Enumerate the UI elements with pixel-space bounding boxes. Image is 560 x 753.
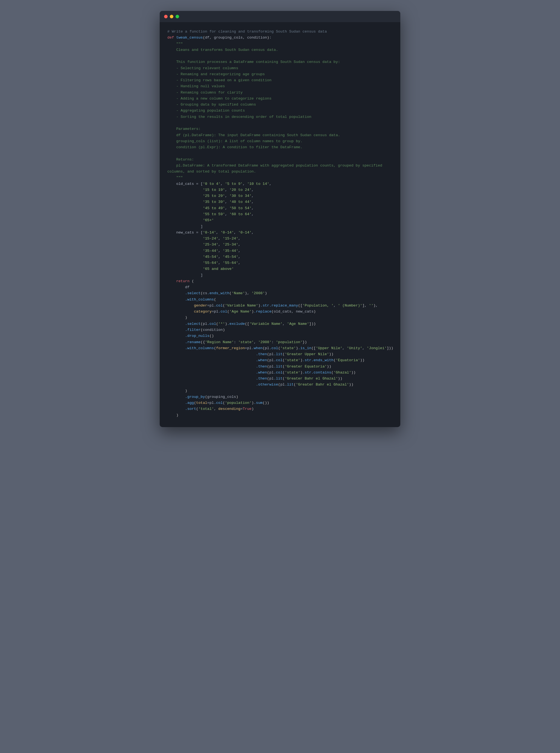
- code-content: # Write a function for cleaning and tran…: [160, 22, 400, 427]
- maximize-button[interactable]: [176, 15, 179, 18]
- code-editor-window: # Write a function for cleaning and tran…: [160, 11, 400, 427]
- minimize-button[interactable]: [170, 15, 173, 18]
- titlebar: [160, 11, 400, 22]
- code-block: # Write a function for cleaning and tran…: [167, 29, 393, 418]
- close-button[interactable]: [164, 15, 167, 18]
